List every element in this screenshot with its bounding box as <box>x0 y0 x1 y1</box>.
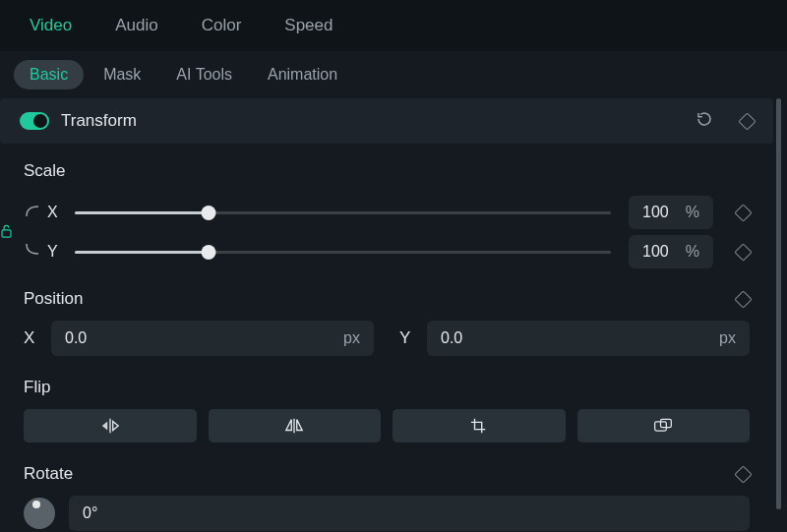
rotate-keyframe-button[interactable] <box>734 465 752 483</box>
sub-tabs-bar: Basic Mask AI Tools Animation <box>0 51 787 98</box>
position-y-field: Y 0.0 px <box>399 321 750 356</box>
link-arc-bottom-icon <box>24 243 41 261</box>
tab-color[interactable]: Color <box>180 2 264 49</box>
position-label: Position <box>0 289 773 309</box>
rotate-label: Rotate <box>0 464 773 484</box>
fit-icon <box>653 417 673 435</box>
properties-panel: Transform Scale X 100 % Y <box>0 98 773 532</box>
position-y-unit: px <box>719 329 736 347</box>
reset-icon[interactable] <box>696 110 713 132</box>
scale-x-value-input[interactable]: 100 % <box>629 196 713 229</box>
scale-y-value-input[interactable]: 100 % <box>629 235 713 268</box>
scale-x-slider[interactable] <box>75 203 611 222</box>
position-label-text: Position <box>24 289 83 309</box>
rotate-block: 0° <box>0 496 773 531</box>
position-keyframe-button[interactable] <box>734 290 752 308</box>
transform-keyframe-button[interactable] <box>738 112 756 130</box>
tab-video[interactable]: Video <box>8 2 93 49</box>
crop-icon <box>469 417 489 435</box>
fit-button[interactable] <box>577 409 751 443</box>
position-y-value: 0.0 <box>441 329 462 347</box>
rotate-label-text: Rotate <box>24 464 73 484</box>
position-x-input[interactable]: 0.0 px <box>51 321 374 356</box>
rotate-value: 0° <box>83 504 97 522</box>
svg-rect-0 <box>2 230 11 237</box>
scale-label: Scale <box>0 161 773 181</box>
scale-y-slider[interactable] <box>75 242 611 262</box>
position-y-input[interactable]: 0.0 px <box>427 321 750 356</box>
crop-button[interactable] <box>393 409 566 443</box>
link-arc-top-icon <box>24 204 41 221</box>
flip-label: Flip <box>0 378 773 397</box>
sub-tab-animation[interactable]: Animation <box>252 60 353 89</box>
position-x-value: 0.0 <box>65 329 87 347</box>
sub-tab-basic[interactable]: Basic <box>14 60 84 89</box>
position-x-field: X 0.0 px <box>24 321 374 356</box>
scale-y-keyframe-button[interactable] <box>734 243 752 261</box>
flip-horizontal-icon <box>100 417 120 435</box>
flip-horizontal-button[interactable] <box>24 409 197 443</box>
rotate-dial[interactable] <box>24 498 55 529</box>
transform-toggle[interactable] <box>20 112 49 130</box>
scale-y-value: 100 <box>642 243 669 261</box>
position-x-unit: px <box>343 329 360 347</box>
scale-x-unit: % <box>686 204 699 221</box>
scale-x-row: X 100 % <box>24 193 750 232</box>
tab-speed[interactable]: Speed <box>263 2 354 49</box>
sub-tab-mask[interactable]: Mask <box>88 60 156 89</box>
flip-vertical-button[interactable] <box>209 409 382 443</box>
transform-header: Transform <box>0 98 773 144</box>
scale-y-axis-label: Y <box>47 243 65 261</box>
scale-x-value: 100 <box>642 204 669 221</box>
transform-title: Transform <box>61 111 696 131</box>
rotate-input[interactable]: 0° <box>69 496 750 531</box>
scale-y-unit: % <box>686 243 699 261</box>
sub-tab-ai-tools[interactable]: AI Tools <box>160 60 248 89</box>
lock-icon[interactable] <box>0 224 13 243</box>
flip-vertical-icon <box>284 417 304 435</box>
flip-block <box>0 409 773 443</box>
scale-y-row: Y 100 % <box>24 232 750 271</box>
scale-x-keyframe-button[interactable] <box>734 204 752 221</box>
scrollbar[interactable] <box>776 98 781 509</box>
position-x-axis-label: X <box>24 328 37 348</box>
position-y-axis-label: Y <box>399 328 413 348</box>
main-tabs-bar: Video Audio Color Speed <box>0 0 787 51</box>
tab-audio[interactable]: Audio <box>93 2 179 49</box>
scale-x-axis-label: X <box>47 204 65 221</box>
position-block: X 0.0 px Y 0.0 px <box>0 321 773 356</box>
